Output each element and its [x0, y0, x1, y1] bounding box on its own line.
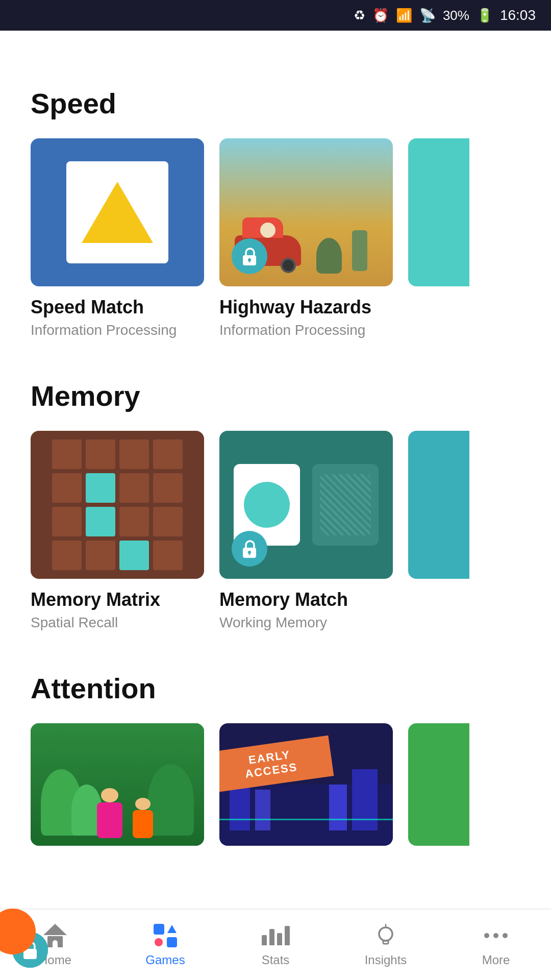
attention-partial-thumb — [408, 723, 469, 846]
main-content: Speed Speed Match Information Processing — [0, 31, 551, 938]
more-dot-3 — [503, 933, 508, 938]
nav-more[interactable]: More — [441, 917, 551, 972]
svg-rect-8 — [249, 552, 251, 555]
speed-partial-thumb — [408, 138, 469, 286]
home-roof — [43, 924, 67, 935]
att-char-1 — [97, 802, 122, 838]
status-bar: ♻ ⏰ 📶 📡 30% 🔋 16:03 — [0, 0, 551, 31]
speed-match-subtitle: Information Processing — [31, 322, 204, 338]
memory-partial-card — [408, 431, 469, 631]
lock-icon-memory — [241, 538, 258, 559]
ea-building-2 — [255, 790, 270, 830]
hh-tree — [316, 238, 342, 274]
games-triangle — [167, 925, 177, 933]
lock-icon — [241, 246, 258, 266]
memory-matrix-subtitle: Spatial Recall — [31, 615, 204, 631]
grid-cell-15 — [119, 541, 149, 570]
more-dot-2 — [493, 933, 498, 938]
early-access-label: EARLY ACCESS — [223, 745, 317, 784]
speed-match-thumb — [31, 138, 204, 286]
recycle-icon: ♻ — [354, 8, 365, 23]
nav-games-label: Games — [145, 953, 185, 967]
highway-hazards-thumb — [219, 138, 393, 286]
speed-games-row: Speed Match Information Processing — [31, 138, 520, 338]
more-icon — [484, 933, 508, 938]
triangle-icon — [82, 182, 153, 243]
attention-partial-card — [408, 723, 469, 856]
nav-insights[interactable]: Insights — [331, 917, 441, 972]
speed-partial-card — [408, 138, 469, 338]
ea-building-3 — [352, 769, 378, 830]
grid-cell-10 — [86, 507, 115, 536]
early-access-bg: EARLY ACCESS — [219, 723, 393, 846]
tree-3 — [148, 764, 194, 836]
nav-games-icon-container — [152, 922, 179, 949]
alarm-icon: ⏰ — [372, 8, 389, 23]
stats-bar-3 — [277, 933, 282, 945]
memory-match-title: Memory Match — [219, 589, 393, 610]
wifi-icon: 📶 — [396, 8, 412, 23]
speed-section-header: Speed — [31, 87, 520, 120]
memory-matrix-card[interactable]: Memory Matrix Spatial Recall — [31, 431, 204, 631]
memory-match-card[interactable]: Memory Match Working Memory — [219, 431, 393, 631]
grid-cell-2 — [86, 439, 115, 469]
attention-games-row: EARLY ACCESS — [31, 723, 520, 856]
memory-matrix-bg — [31, 431, 204, 579]
speed-match-inner-card — [66, 161, 168, 263]
attention-bg — [31, 723, 204, 846]
memory-match-thumb — [219, 431, 393, 579]
early-access-card[interactable]: EARLY ACCESS — [219, 723, 393, 856]
nav-stats[interactable]: Stats — [220, 917, 331, 972]
grid-cell-4 — [153, 439, 183, 469]
highway-hazards-title: Highway Hazards — [219, 297, 393, 318]
attention-game-thumb — [31, 723, 204, 846]
speed-match-card[interactable]: Speed Match Information Processing — [31, 138, 204, 338]
home-door — [53, 940, 58, 947]
status-icons: ♻ ⏰ 📶 📡 30% 🔋 16:03 — [354, 7, 536, 23]
stats-bar-2 — [269, 929, 274, 945]
battery-icon: 🔋 — [477, 8, 493, 23]
early-access-thumb-container: EARLY ACCESS — [219, 723, 393, 846]
grid-cell-5 — [52, 473, 82, 503]
nav-games[interactable]: Games — [110, 917, 220, 972]
svg-point-13 — [379, 927, 392, 941]
grid-cell-14 — [86, 541, 115, 570]
home-body — [47, 936, 63, 947]
nav-insights-icon-container — [372, 922, 399, 949]
speed-match-title: Speed Match — [31, 297, 204, 318]
more-dot-1 — [484, 933, 489, 938]
grid-cell-3 — [119, 439, 149, 469]
car-wheel-front — [281, 258, 296, 273]
grid-cell-1 — [52, 439, 82, 469]
nav-insights-label: Insights — [365, 953, 407, 967]
svg-rect-14 — [383, 941, 388, 944]
mm-card-back — [312, 464, 379, 546]
memory-partial-thumb — [408, 431, 469, 579]
highway-hazards-lock-badge — [232, 238, 267, 274]
grid-cell-9 — [52, 507, 82, 536]
nav-stats-label: Stats — [262, 953, 290, 967]
memory-match-lock-badge — [232, 531, 267, 567]
attention-game-card[interactable] — [31, 723, 204, 856]
games-sq-blue-2 — [167, 937, 178, 948]
mm-pattern — [320, 474, 371, 535]
mm-circle — [244, 482, 290, 528]
games-circle — [155, 938, 163, 946]
grid-cell-7 — [119, 473, 149, 503]
hh-cactus — [352, 230, 367, 271]
stats-bar-1 — [262, 935, 267, 945]
insights-icon — [374, 924, 397, 947]
bottom-nav: Home Games Stats — [0, 909, 551, 980]
highway-hazards-card[interactable]: Highway Hazards Information Processing — [219, 138, 393, 338]
svg-rect-2 — [249, 260, 251, 262]
grid-cell-11 — [119, 507, 149, 536]
nav-more-label: More — [482, 953, 510, 967]
ea-building-4 — [329, 785, 347, 830]
memory-matrix-thumb — [31, 431, 204, 579]
games-icon — [154, 924, 177, 947]
grid-cell-8 — [153, 473, 183, 503]
battery-label: 30% — [443, 8, 469, 23]
att-char-2 — [133, 810, 153, 838]
stats-icon — [262, 924, 290, 947]
grid-cell-16 — [153, 541, 183, 570]
